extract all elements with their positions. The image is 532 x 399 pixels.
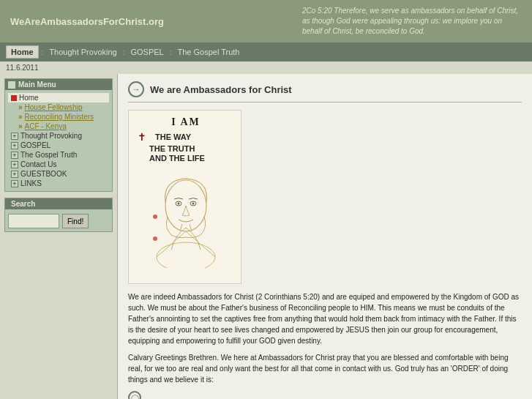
order-row: ◯ — [128, 391, 522, 399]
svg-point-11 — [153, 236, 157, 241]
plus-icon-contact: + — [11, 161, 18, 168]
jesus-image: I AM ✝ THE WAY THE TRUTH AND THE LIFE — [135, 116, 237, 277]
svg-point-9 — [192, 203, 195, 205]
sidebar-house-label: House Fellowship — [25, 103, 83, 111]
main-image: I AM ✝ THE WAY THE TRUTH AND THE LIFE — [128, 110, 241, 284]
sidebar-item-guestbook[interactable]: + GUESTBOOK — [8, 169, 109, 179]
menu-icon — [8, 81, 15, 89]
iam-text: I AM — [135, 116, 237, 128]
sidebar-acf-label: ACF - Kenya — [25, 122, 67, 130]
content-paragraph-1: We are indeed Ambassadors for Christ (2 … — [128, 291, 522, 346]
main-menu-title: Main Menu — [5, 79, 112, 90]
cross-icon1: ✝ — [138, 131, 146, 143]
sidebar-gb-label: GUESTBOOK — [20, 170, 67, 178]
truth-text: THE TRUTH — [135, 144, 237, 153]
plus-icon-tp: + — [11, 133, 18, 140]
chevron-icon3: » — [18, 122, 23, 130]
date-label: 11.6.2011 — [6, 64, 39, 72]
svg-point-10 — [153, 215, 157, 219]
sidebar-item-reconciling[interactable]: » Reconciling Ministers — [8, 112, 109, 122]
content-title: We are Ambassadors for Christ — [150, 84, 292, 95]
jesus-face-svg — [142, 165, 230, 268]
sidebar-item-house-fellowship[interactable]: » House Fellowship — [8, 102, 109, 112]
nav-gospel-truth[interactable]: The Gospel Truth — [175, 46, 243, 58]
sidebar-item-links[interactable]: + LINKS — [8, 179, 109, 188]
plus-icon-gt: + — [11, 152, 18, 159]
nav-home[interactable]: Home — [6, 45, 39, 59]
nav-thought-provoking[interactable]: Thought Provoking — [46, 46, 119, 58]
life-text: AND THE LIFE — [135, 154, 237, 163]
search-title: Search — [5, 198, 112, 209]
plus-icon-links: + — [11, 180, 18, 187]
search-input[interactable] — [8, 214, 59, 228]
arrow-icon: → — [128, 81, 144, 97]
main-layout: Main Menu Home » House Fellowship » Reco… — [0, 74, 532, 399]
nav-gospel[interactable]: GOSPEL — [127, 46, 166, 58]
sidebar-gospel-label: GOSPEL — [20, 141, 50, 149]
content-header: → We are Ambassadors for Christ — [128, 81, 522, 102]
sidebar-item-gospel[interactable]: + GOSPEL — [8, 141, 109, 150]
home-red-icon — [11, 95, 17, 101]
sidebar-links-label: LINKS — [20, 179, 42, 187]
plus-icon-gb: + — [11, 171, 18, 178]
svg-point-8 — [178, 203, 180, 205]
sidebar-item-contact[interactable]: + Contact Us — [8, 160, 109, 169]
main-menu-section: Main Menu Home » House Fellowship » Reco… — [4, 78, 113, 192]
sidebar-home-label: Home — [19, 94, 39, 102]
way-text: THE WAY — [149, 133, 191, 141]
sidebar: Main Menu Home » House Fellowship » Reco… — [0, 74, 117, 399]
sidebar-gt-label: The Gospel Truth — [20, 151, 77, 159]
chevron-icon: » — [18, 103, 23, 111]
sidebar-contact-label: Contact Us — [20, 160, 56, 168]
site-title: WeAreAmbassadorsForChrist.org — [10, 16, 164, 27]
plus-icon-gospel: + — [11, 142, 18, 149]
sidebar-item-home[interactable]: Home — [8, 93, 109, 102]
page-header: WeAreAmbassadorsForChrist.org 2Co 5:20 T… — [0, 0, 532, 42]
sidebar-tp-label: Thought Provoking — [20, 132, 82, 140]
sidebar-item-thought-provoking[interactable]: + Thought Provoking — [8, 131, 109, 141]
datebar: 11.6.2011 — [0, 61, 532, 74]
search-row: Find! — [8, 214, 109, 228]
navbar: Home : Thought Provoking : GOSPEL : The … — [0, 42, 532, 61]
sidebar-reconciling-label: Reconciling Ministers — [25, 113, 94, 121]
find-button[interactable]: Find! — [62, 214, 89, 228]
sidebar-item-acf-kenya[interactable]: » ACF - Kenya — [8, 122, 109, 131]
chevron-icon2: » — [18, 113, 23, 121]
content-paragraph-2: Calvary Greetings Brethren. We here at A… — [128, 352, 522, 385]
svg-point-0 — [157, 242, 215, 268]
content-area: → We are Ambassadors for Christ I AM ✝ T… — [117, 74, 532, 399]
sidebar-item-gospel-truth[interactable]: + The Gospel Truth — [8, 150, 109, 160]
search-section: Search Find! — [4, 198, 113, 232]
order-circle-icon: ◯ — [128, 391, 141, 399]
tagline: 2Co 5:20 Therefore, we serve as ambassad… — [302, 6, 522, 37]
